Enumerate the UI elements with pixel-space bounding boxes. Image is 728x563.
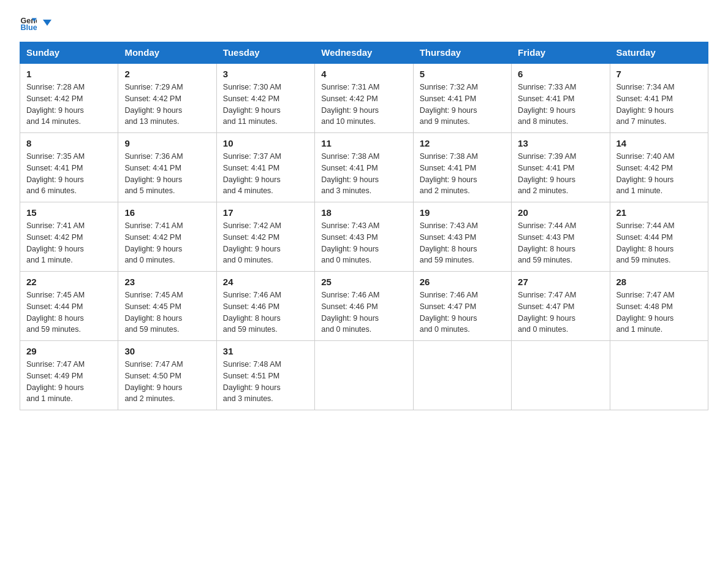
day-cell-24: 24Sunrise: 7:46 AMSunset: 4:46 PMDayligh… bbox=[216, 272, 314, 341]
day-cell-14: 14Sunrise: 7:40 AMSunset: 4:42 PMDayligh… bbox=[610, 133, 708, 202]
weekday-header-tuesday: Tuesday bbox=[216, 42, 314, 64]
empty-cell bbox=[512, 341, 610, 410]
day-number: 24 bbox=[223, 277, 308, 287]
day-number: 30 bbox=[124, 346, 210, 356]
weekday-header-wednesday: Wednesday bbox=[315, 42, 413, 64]
day-info: Sunrise: 7:41 AMSunset: 4:42 PMDaylight:… bbox=[26, 220, 112, 266]
week-row-5: 29Sunrise: 7:47 AMSunset: 4:49 PMDayligh… bbox=[20, 341, 708, 410]
day-number: 19 bbox=[420, 207, 505, 218]
day-number: 8 bbox=[26, 138, 112, 148]
empty-cell bbox=[315, 341, 413, 410]
day-number: 29 bbox=[26, 346, 112, 356]
day-info: Sunrise: 7:32 AMSunset: 4:41 PMDaylight:… bbox=[420, 82, 505, 128]
day-cell-29: 29Sunrise: 7:47 AMSunset: 4:49 PMDayligh… bbox=[20, 341, 118, 410]
day-info: Sunrise: 7:33 AMSunset: 4:41 PMDaylight:… bbox=[518, 82, 603, 128]
logo-icon: General Blue bbox=[20, 15, 37, 32]
day-number: 15 bbox=[26, 207, 112, 218]
day-info: Sunrise: 7:43 AMSunset: 4:43 PMDaylight:… bbox=[321, 220, 406, 266]
day-cell-15: 15Sunrise: 7:41 AMSunset: 4:42 PMDayligh… bbox=[20, 202, 118, 272]
day-number: 10 bbox=[223, 138, 308, 148]
day-number: 13 bbox=[518, 138, 603, 148]
day-cell-23: 23Sunrise: 7:45 AMSunset: 4:45 PMDayligh… bbox=[118, 272, 216, 341]
day-info: Sunrise: 7:40 AMSunset: 4:42 PMDaylight:… bbox=[616, 151, 702, 197]
day-number: 11 bbox=[321, 138, 406, 148]
weekday-header-sunday: Sunday bbox=[20, 42, 118, 64]
day-number: 4 bbox=[321, 69, 406, 79]
day-info: Sunrise: 7:47 AMSunset: 4:49 PMDaylight:… bbox=[26, 359, 112, 405]
day-info: Sunrise: 7:41 AMSunset: 4:42 PMDaylight:… bbox=[124, 220, 210, 266]
day-number: 1 bbox=[26, 69, 112, 79]
day-number: 21 bbox=[616, 207, 702, 218]
day-info: Sunrise: 7:47 AMSunset: 4:48 PMDaylight:… bbox=[616, 289, 702, 335]
day-number: 6 bbox=[518, 69, 603, 79]
day-cell-12: 12Sunrise: 7:38 AMSunset: 4:41 PMDayligh… bbox=[413, 133, 511, 202]
weekday-header-saturday: Saturday bbox=[610, 42, 708, 64]
day-info: Sunrise: 7:28 AMSunset: 4:42 PMDaylight:… bbox=[26, 82, 112, 128]
day-info: Sunrise: 7:42 AMSunset: 4:42 PMDaylight:… bbox=[223, 220, 308, 266]
day-cell-20: 20Sunrise: 7:44 AMSunset: 4:43 PMDayligh… bbox=[512, 202, 610, 272]
day-number: 22 bbox=[26, 277, 112, 287]
weekday-header-monday: Monday bbox=[118, 42, 216, 64]
day-info: Sunrise: 7:45 AMSunset: 4:44 PMDaylight:… bbox=[26, 289, 112, 335]
weekday-header-friday: Friday bbox=[512, 42, 610, 64]
weekday-header-row: SundayMondayTuesdayWednesdayThursdayFrid… bbox=[20, 42, 708, 64]
day-info: Sunrise: 7:46 AMSunset: 4:46 PMDaylight:… bbox=[321, 289, 406, 335]
day-number: 28 bbox=[616, 277, 702, 287]
day-info: Sunrise: 7:38 AMSunset: 4:41 PMDaylight:… bbox=[420, 151, 505, 197]
day-cell-30: 30Sunrise: 7:47 AMSunset: 4:50 PMDayligh… bbox=[118, 341, 216, 410]
day-number: 17 bbox=[223, 207, 308, 218]
day-cell-21: 21Sunrise: 7:44 AMSunset: 4:44 PMDayligh… bbox=[610, 202, 708, 272]
logo: General Blue bbox=[20, 15, 53, 32]
day-number: 18 bbox=[321, 207, 406, 218]
day-info: Sunrise: 7:37 AMSunset: 4:41 PMDaylight:… bbox=[223, 151, 308, 197]
empty-cell bbox=[610, 341, 708, 410]
day-cell-8: 8Sunrise: 7:35 AMSunset: 4:41 PMDaylight… bbox=[20, 133, 118, 202]
logo-triangle-icon bbox=[40, 17, 53, 29]
day-info: Sunrise: 7:47 AMSunset: 4:47 PMDaylight:… bbox=[518, 289, 603, 335]
page-header: General Blue bbox=[20, 15, 708, 32]
day-cell-10: 10Sunrise: 7:37 AMSunset: 4:41 PMDayligh… bbox=[216, 133, 314, 202]
day-cell-1: 1Sunrise: 7:28 AMSunset: 4:42 PMDaylight… bbox=[20, 63, 118, 133]
week-row-3: 15Sunrise: 7:41 AMSunset: 4:42 PMDayligh… bbox=[20, 202, 708, 272]
svg-marker-3 bbox=[43, 20, 51, 26]
svg-text:Blue: Blue bbox=[20, 23, 37, 32]
day-number: 26 bbox=[420, 277, 505, 287]
day-cell-16: 16Sunrise: 7:41 AMSunset: 4:42 PMDayligh… bbox=[118, 202, 216, 272]
day-info: Sunrise: 7:30 AMSunset: 4:42 PMDaylight:… bbox=[223, 82, 308, 128]
day-cell-4: 4Sunrise: 7:31 AMSunset: 4:42 PMDaylight… bbox=[315, 63, 413, 133]
day-info: Sunrise: 7:31 AMSunset: 4:42 PMDaylight:… bbox=[321, 82, 406, 128]
day-info: Sunrise: 7:46 AMSunset: 4:46 PMDaylight:… bbox=[223, 289, 308, 335]
day-cell-7: 7Sunrise: 7:34 AMSunset: 4:41 PMDaylight… bbox=[610, 63, 708, 133]
day-info: Sunrise: 7:48 AMSunset: 4:51 PMDaylight:… bbox=[223, 359, 308, 405]
day-number: 20 bbox=[518, 207, 603, 218]
calendar-table: SundayMondayTuesdayWednesdayThursdayFrid… bbox=[20, 42, 708, 410]
day-cell-17: 17Sunrise: 7:42 AMSunset: 4:42 PMDayligh… bbox=[216, 202, 314, 272]
day-info: Sunrise: 7:39 AMSunset: 4:41 PMDaylight:… bbox=[518, 151, 603, 197]
day-number: 23 bbox=[124, 277, 210, 287]
day-number: 16 bbox=[124, 207, 210, 218]
day-cell-26: 26Sunrise: 7:46 AMSunset: 4:47 PMDayligh… bbox=[413, 272, 511, 341]
week-row-4: 22Sunrise: 7:45 AMSunset: 4:44 PMDayligh… bbox=[20, 272, 708, 341]
day-cell-2: 2Sunrise: 7:29 AMSunset: 4:42 PMDaylight… bbox=[118, 63, 216, 133]
day-cell-31: 31Sunrise: 7:48 AMSunset: 4:51 PMDayligh… bbox=[216, 341, 314, 410]
day-number: 9 bbox=[124, 138, 210, 148]
day-cell-27: 27Sunrise: 7:47 AMSunset: 4:47 PMDayligh… bbox=[512, 272, 610, 341]
day-cell-5: 5Sunrise: 7:32 AMSunset: 4:41 PMDaylight… bbox=[413, 63, 511, 133]
day-info: Sunrise: 7:36 AMSunset: 4:41 PMDaylight:… bbox=[124, 151, 210, 197]
day-cell-25: 25Sunrise: 7:46 AMSunset: 4:46 PMDayligh… bbox=[315, 272, 413, 341]
day-info: Sunrise: 7:29 AMSunset: 4:42 PMDaylight:… bbox=[124, 82, 210, 128]
empty-cell bbox=[413, 341, 511, 410]
day-cell-13: 13Sunrise: 7:39 AMSunset: 4:41 PMDayligh… bbox=[512, 133, 610, 202]
day-cell-9: 9Sunrise: 7:36 AMSunset: 4:41 PMDaylight… bbox=[118, 133, 216, 202]
day-info: Sunrise: 7:44 AMSunset: 4:44 PMDaylight:… bbox=[616, 220, 702, 266]
weekday-header-thursday: Thursday bbox=[413, 42, 511, 64]
day-number: 12 bbox=[420, 138, 505, 148]
day-number: 5 bbox=[420, 69, 505, 79]
week-row-1: 1Sunrise: 7:28 AMSunset: 4:42 PMDaylight… bbox=[20, 63, 708, 133]
day-cell-6: 6Sunrise: 7:33 AMSunset: 4:41 PMDaylight… bbox=[512, 63, 610, 133]
day-number: 14 bbox=[616, 138, 702, 148]
day-info: Sunrise: 7:35 AMSunset: 4:41 PMDaylight:… bbox=[26, 151, 112, 197]
day-number: 27 bbox=[518, 277, 603, 287]
day-info: Sunrise: 7:44 AMSunset: 4:43 PMDaylight:… bbox=[518, 220, 603, 266]
day-info: Sunrise: 7:34 AMSunset: 4:41 PMDaylight:… bbox=[616, 82, 702, 128]
